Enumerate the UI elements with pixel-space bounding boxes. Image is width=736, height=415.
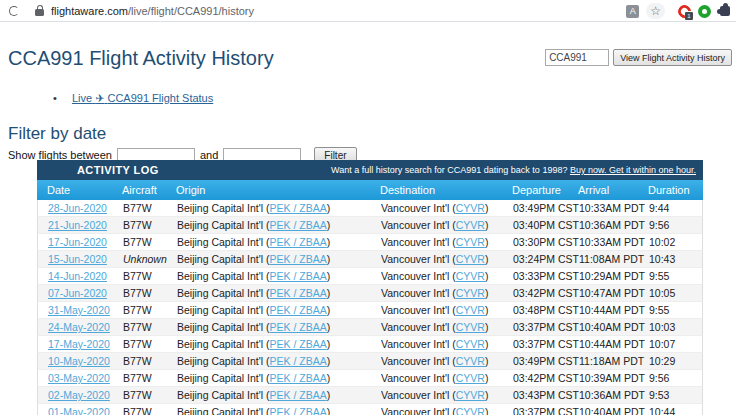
date-link[interactable]: 14-Jun-2020 (48, 270, 107, 282)
destination-cell: Vancouver Int'l (CYVR) (381, 217, 513, 233)
destination-cell: Vancouver Int'l (CYVR) (381, 285, 513, 301)
destination-airport-link[interactable]: CYVR (456, 389, 485, 401)
departure-cell: 03:37PM CST (513, 336, 579, 352)
buy-now-link[interactable]: Buy now. Get it within one hour. (570, 165, 696, 175)
destination-name: Vancouver Int'l ( (381, 219, 456, 231)
destination-airport-link[interactable]: CYVR (456, 338, 485, 350)
destination-name: Vancouver Int'l ( (381, 270, 456, 282)
origin-cell: Beijing Capital Int'l (PEK / ZBAA) (177, 268, 381, 284)
destination-airport-link[interactable]: CYVR (456, 253, 485, 265)
origin-name: Beijing Capital Int'l ( (177, 321, 269, 333)
reload-icon[interactable] (9, 6, 19, 16)
extensions-puzzle-icon[interactable] (720, 6, 730, 16)
origin-airport-link[interactable]: PEK / ZBAA (269, 236, 326, 248)
duration-cell: 9:55 (649, 268, 702, 284)
date-cell: 10-May-2020 (48, 353, 123, 369)
red-extension-icon[interactable]: 1 (678, 5, 691, 18)
col-aircraft[interactable]: Aircraft (122, 180, 176, 200)
origin-name: Beijing Capital Int'l ( (177, 304, 269, 316)
origin-airport-link[interactable]: PEK / ZBAA (269, 372, 326, 384)
destination-name: Vancouver Int'l ( (381, 287, 456, 299)
flight-ident-input[interactable] (545, 49, 609, 66)
table-row: 03-May-2020B77WBeijing Capital Int'l (PE… (37, 370, 703, 387)
destination-name: Vancouver Int'l ( (381, 355, 456, 367)
origin-cell: Beijing Capital Int'l (PEK / ZBAA) (177, 387, 381, 403)
destination-airport-link[interactable]: CYVR (456, 236, 485, 248)
aircraft-cell: B77W (123, 319, 177, 335)
col-departure[interactable]: Departure (512, 180, 578, 200)
departure-cell: 03:40PM CST (513, 217, 579, 233)
origin-airport-link[interactable]: PEK / ZBAA (269, 389, 326, 401)
view-flight-activity-button[interactable]: View Flight Activity History (613, 49, 732, 66)
date-link[interactable]: 15-Jun-2020 (48, 253, 107, 265)
date-link[interactable]: 07-Jun-2020 (48, 287, 107, 299)
col-duration[interactable]: Duration (648, 180, 703, 200)
date-link[interactable]: 17-Jun-2020 (48, 236, 107, 248)
date-cell: 31-May-2020 (48, 302, 123, 318)
destination-airport-link[interactable]: CYVR (456, 406, 485, 415)
origin-name: Beijing Capital Int'l ( (177, 219, 269, 231)
destination-cell: Vancouver Int'l (CYVR) (381, 353, 513, 369)
destination-airport-link[interactable]: CYVR (456, 321, 485, 333)
table-row: 28-Jun-2020B77WBeijing Capital Int'l (PE… (37, 200, 703, 217)
origin-airport-link[interactable]: PEK / ZBAA (269, 355, 326, 367)
lock-icon[interactable] (35, 5, 44, 16)
date-link[interactable]: 24-May-2020 (48, 321, 110, 333)
origin-name: Beijing Capital Int'l ( (177, 406, 269, 415)
col-origin[interactable]: Origin (176, 180, 380, 200)
table-row: 21-Jun-2020B77WBeijing Capital Int'l (PE… (37, 217, 703, 234)
destination-airport-link[interactable]: CYVR (456, 355, 485, 367)
url-path: /live/flight/CCA991/history (128, 5, 254, 17)
origin-airport-link[interactable]: PEK / ZBAA (269, 253, 326, 265)
col-destination[interactable]: Destination (380, 180, 512, 200)
destination-airport-link[interactable]: CYVR (456, 304, 485, 316)
arrival-cell: 10:33AM PDT (579, 200, 649, 216)
destination-name: Vancouver Int'l ( (381, 253, 456, 265)
origin-name: Beijing Capital Int'l ( (177, 338, 269, 350)
aircraft-cell: B77W (123, 404, 177, 415)
green-extension-icon[interactable] (698, 5, 711, 18)
date-link[interactable]: 01-May-2020 (48, 406, 110, 415)
destination-cell: Vancouver Int'l (CYVR) (381, 404, 513, 415)
origin-cell: Beijing Capital Int'l (PEK / ZBAA) (177, 285, 381, 301)
date-cell: 24-May-2020 (48, 319, 123, 335)
origin-airport-link[interactable]: PEK / ZBAA (269, 202, 326, 214)
destination-cell: Vancouver Int'l (CYVR) (381, 268, 513, 284)
destination-airport-link[interactable]: CYVR (456, 202, 485, 214)
origin-cell: Beijing Capital Int'l (PEK / ZBAA) (177, 217, 381, 233)
origin-airport-link[interactable]: PEK / ZBAA (269, 270, 326, 282)
address-bar[interactable]: flightaware.com/live/flight/CCA991/histo… (51, 5, 254, 17)
col-arrival[interactable]: Arrival (578, 180, 648, 200)
destination-airport-link[interactable]: CYVR (456, 219, 485, 231)
live-flight-status-link[interactable]: Live ✈ CCA991 Flight Status (72, 92, 213, 104)
origin-airport-link[interactable]: PEK / ZBAA (269, 338, 326, 350)
origin-cell: Beijing Capital Int'l (PEK / ZBAA) (177, 370, 381, 386)
origin-airport-link[interactable]: PEK / ZBAA (269, 406, 326, 415)
duration-cell: 9:53 (649, 387, 702, 403)
aircraft-cell: B77W (123, 217, 177, 233)
page-title: CCA991 Flight Activity History (8, 47, 274, 70)
bookmark-star-icon[interactable]: ☆ (646, 3, 665, 19)
origin-airport-link[interactable]: PEK / ZBAA (269, 219, 326, 231)
table-row: 02-May-2020B77WBeijing Capital Int'l (PE… (37, 387, 703, 404)
date-link[interactable]: 10-May-2020 (48, 355, 110, 367)
origin-airport-link[interactable]: PEK / ZBAA (269, 287, 326, 299)
destination-airport-link[interactable]: CYVR (456, 287, 485, 299)
translate-icon[interactable]: A (626, 5, 639, 18)
date-link[interactable]: 02-May-2020 (48, 389, 110, 401)
date-link[interactable]: 31-May-2020 (48, 304, 110, 316)
date-link[interactable]: 21-Jun-2020 (48, 219, 107, 231)
origin-name: Beijing Capital Int'l ( (177, 389, 269, 401)
arrival-cell: 10:33AM PDT (579, 234, 649, 250)
departure-cell: 03:49PM CST (513, 200, 579, 216)
origin-airport-link[interactable]: PEK / ZBAA (269, 321, 326, 333)
origin-airport-link[interactable]: PEK / ZBAA (269, 304, 326, 316)
date-link[interactable]: 28-Jun-2020 (48, 202, 107, 214)
destination-airport-link[interactable]: CYVR (456, 270, 485, 282)
date-link[interactable]: 17-May-2020 (48, 338, 110, 350)
destination-airport-link[interactable]: CYVR (456, 372, 485, 384)
departure-cell: 03:30PM CST (513, 234, 579, 250)
col-date[interactable]: Date (47, 180, 122, 200)
duration-cell: 9:55 (649, 302, 702, 318)
date-link[interactable]: 03-May-2020 (48, 372, 110, 384)
